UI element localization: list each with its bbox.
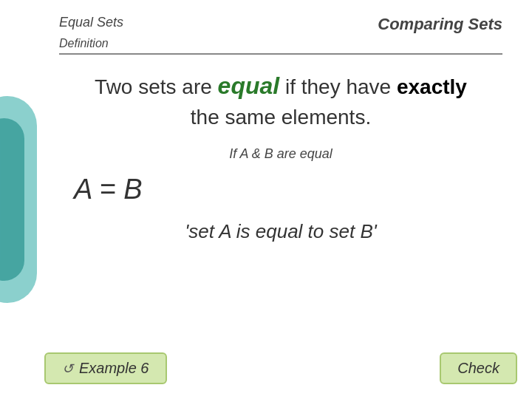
definition-part2: if they have <box>279 75 397 98</box>
check-button[interactable]: Check <box>440 352 517 384</box>
exactly-word: exactly <box>397 75 467 98</box>
circle-inner <box>0 118 24 281</box>
bottom-buttons: ↺ Example 6 Check <box>44 352 517 384</box>
header: Equal Sets Comparing Sets <box>59 15 502 34</box>
definition-part1: Two sets are <box>95 75 218 98</box>
header-divider <box>59 53 502 55</box>
example-button-label: Example 6 <box>79 360 149 377</box>
equal-word: equal <box>218 72 280 99</box>
a-equals-b-notation: A = B <box>74 174 502 205</box>
equal-sets-label: Equal Sets <box>59 15 123 30</box>
definition-label: Definition <box>59 37 502 50</box>
refresh-icon: ↺ <box>62 361 73 377</box>
comparing-sets-label: Comparing Sets <box>378 15 502 34</box>
main-content: Equal Sets Comparing Sets Definition Two… <box>44 0 532 399</box>
if-equal-text: If A & B are equal <box>59 146 502 162</box>
definition-text: Two sets are equal if they have exactly … <box>59 69 502 132</box>
example-6-button[interactable]: ↺ Example 6 <box>44 352 167 384</box>
check-button-label: Check <box>457 360 499 376</box>
quote-text: 'set A is equal to set B' <box>59 220 502 243</box>
left-decoration <box>0 89 37 310</box>
definition-line2: the same elements. <box>191 106 371 129</box>
